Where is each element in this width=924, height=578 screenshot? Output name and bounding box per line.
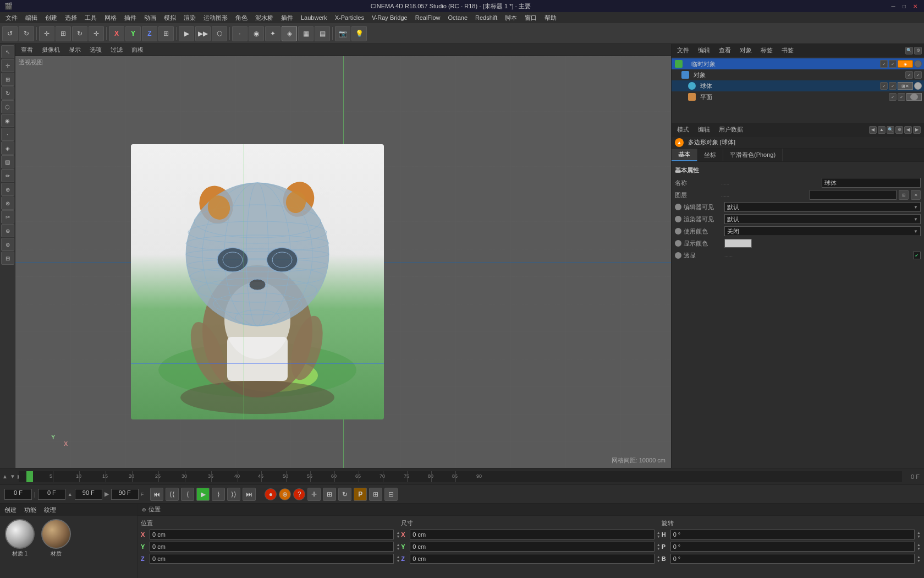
coord-p-rot-input[interactable] (670, 542, 915, 552)
lt-bevel[interactable]: ⊜ (1, 238, 14, 251)
rotate-tool[interactable]: ↻ (72, 26, 87, 41)
redo-button[interactable]: ↻ (19, 26, 34, 41)
obj-sphere-1[interactable] (914, 60, 922, 68)
obj-render-4[interactable]: ✓ (898, 93, 905, 101)
render-settings-btn[interactable]: ⬡ (212, 26, 227, 41)
lt-sculpt[interactable]: ⊕ (1, 183, 14, 196)
transport-step-back[interactable]: ⟨⟨ (166, 488, 179, 501)
lt-select[interactable]: ↖ (1, 45, 14, 58)
menu-simulate[interactable]: 模拟 (161, 13, 179, 23)
vt-camera[interactable]: 摄像机 (40, 46, 62, 54)
prop-layer-field[interactable] (810, 190, 897, 200)
display-edges-btn[interactable]: ◉ (249, 26, 264, 41)
mode-tab-mode[interactable]: 模式 (675, 126, 691, 134)
mat-tab-func[interactable]: 功能 (22, 506, 38, 514)
rp-settings-btn[interactable]: ⚙ (914, 47, 922, 54)
vt-view[interactable]: 查看 (19, 46, 35, 54)
transport-play[interactable]: ▶ (196, 488, 210, 501)
prop-tab-phong[interactable]: 平滑着色(Phong) (723, 149, 783, 161)
coord-z-pos-input[interactable] (150, 554, 394, 564)
vt-panel[interactable]: 面板 (129, 46, 146, 54)
menu-laubwerk[interactable]: Laubwerk (298, 14, 331, 21)
coord-z-size-input[interactable] (410, 554, 654, 564)
menu-octane[interactable]: Octane (445, 14, 471, 21)
prop-arrow-btn[interactable]: ▲ (878, 126, 886, 134)
coord-tab-pos[interactable]: ⊕ 位置 (140, 505, 163, 514)
prop-input-name[interactable] (822, 178, 921, 188)
coord-b-rot-spinner[interactable]: ▲ ▼ (917, 555, 921, 563)
render-region-btn[interactable]: ▶▶ (195, 26, 211, 41)
lt-move[interactable]: ✛ (1, 59, 14, 72)
lt-rotate[interactable]: ↻ (1, 86, 14, 100)
mat-tab-create[interactable]: 创建 (2, 506, 19, 514)
coord-x-size-input[interactable] (410, 530, 654, 539)
obj-vis-1[interactable]: ✓ (880, 60, 888, 68)
transport-end-frame[interactable]: 90 F (75, 489, 102, 500)
coord-z-pos-spinner[interactable]: ▲ ▼ (396, 555, 400, 563)
transport-frame-field[interactable]: 0 F (4, 489, 32, 500)
obj-ball-3[interactable] (914, 82, 922, 90)
camera-btn[interactable]: 📷 (335, 26, 350, 41)
lt-knife[interactable]: ✂ (1, 210, 14, 223)
menu-mesh[interactable]: 网格 (101, 13, 120, 23)
menu-plugin[interactable]: 插件 (121, 13, 140, 23)
lt-edge[interactable]: ◉ (1, 114, 14, 127)
transport-delkey-btn[interactable]: ↻ (338, 488, 351, 501)
x-axis-btn[interactable]: X (109, 26, 124, 41)
display-poly-btn[interactable]: ✦ (265, 26, 280, 41)
obj-render-2[interactable]: ✓ (914, 71, 922, 79)
lt-extrude[interactable]: ⊛ (1, 224, 14, 237)
coord-h-rot-spinner[interactable]: ▲ ▼ (917, 531, 921, 538)
coord-y-pos-input[interactable] (150, 542, 394, 552)
obj-row-3[interactable]: 球体 ✓ ✓ ⊞✕ (672, 80, 924, 91)
transport-step-fwd[interactable]: ⟩⟩ (227, 488, 240, 501)
material-item-2[interactable]: 材质 (40, 519, 73, 575)
prop-dropdown-render-vis[interactable]: 默认 ▼ (724, 214, 921, 224)
display-flat-btn[interactable]: ▤ (315, 26, 330, 41)
coord-x-pos-spinner[interactable]: ▲ ▼ (396, 531, 400, 538)
close-button[interactable]: ✕ (911, 2, 920, 10)
material-item-1[interactable]: 材质 1 (3, 519, 36, 575)
transport-to-start[interactable]: ⏮ (150, 488, 163, 501)
display-model-btn[interactable]: ◈ (282, 26, 297, 41)
display-texture-btn[interactable]: ▦ (298, 26, 314, 41)
menu-mograph[interactable]: 运动图形 (200, 13, 231, 23)
obj-vis-3[interactable]: ✓ (880, 82, 888, 90)
menu-mudwater[interactable]: 泥水桥 (252, 13, 277, 23)
transport-key-btn[interactable]: ? (293, 488, 305, 500)
coord-x-size-spinner[interactable]: ▲ ▼ (657, 531, 661, 538)
menu-render[interactable]: 渲染 (180, 13, 199, 23)
light-btn[interactable]: 💡 (351, 26, 367, 41)
prop-prev-btn[interactable]: ◀ (904, 126, 912, 134)
rp-tab-view[interactable]: 查看 (717, 46, 733, 54)
z-axis-btn[interactable]: Z (142, 26, 157, 41)
obj-row-4[interactable]: 平面 ✓ ✓ (672, 91, 924, 102)
prop-layer-btn1[interactable]: ⊞ (899, 190, 909, 200)
obj-tag-3[interactable]: ⊞✕ (898, 82, 913, 90)
obj-row-1[interactable]: 临时对象 ✓ ✓ ◈ (672, 58, 924, 69)
menu-vray[interactable]: V-Ray Bridge (369, 14, 411, 21)
undo-button[interactable]: ↺ (2, 26, 18, 41)
timeline-arrow-down[interactable]: ▼ (10, 473, 15, 479)
viewport[interactable]: 透视视图 (15, 56, 671, 468)
display-points-btn[interactable]: · (232, 26, 248, 41)
obj-vis-2[interactable]: ✓ (905, 71, 913, 79)
menu-realflow[interactable]: RealFlow (412, 14, 444, 21)
prop-dropdown-editor-vis[interactable]: 默认 ▼ (724, 202, 921, 212)
rp-tab-file[interactable]: 文件 (675, 46, 691, 54)
vt-display[interactable]: 显示 (67, 46, 83, 54)
rp-search-btn[interactable]: 🔍 (905, 47, 913, 54)
coord-y-size-input[interactable] (410, 542, 654, 552)
lt-scale[interactable]: ⊞ (1, 73, 14, 86)
coord-z-size-spinner[interactable]: ▲ ▼ (657, 555, 661, 563)
menu-script[interactable]: 脚本 (502, 13, 520, 23)
coord-h-rot-input[interactable] (670, 530, 915, 539)
lt-model[interactable]: ◈ (1, 141, 14, 155)
transport-to-end[interactable]: ⏭ (243, 488, 256, 501)
menu-character[interactable]: 角色 (232, 13, 251, 23)
rp-tab-tag[interactable]: 标签 (758, 46, 775, 54)
transport-fps-field[interactable]: 90 F (111, 489, 139, 500)
mode-tab-edit[interactable]: 编辑 (696, 126, 712, 134)
obj-tag-1[interactable]: ◈ (898, 60, 913, 68)
move-tool[interactable]: ✛ (39, 26, 54, 41)
